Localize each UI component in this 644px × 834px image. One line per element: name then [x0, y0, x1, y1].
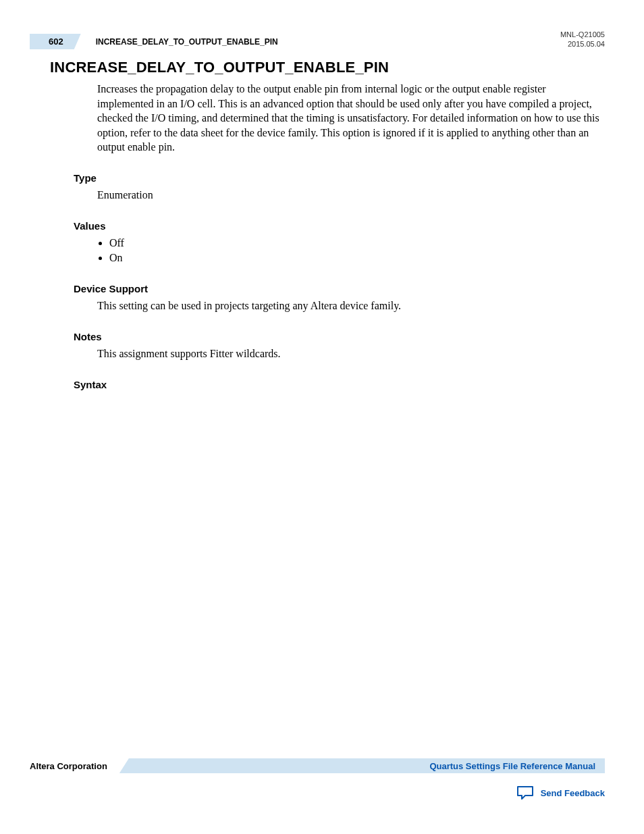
footer-bar: Altera Corporation Quartus Settings File…	[30, 758, 605, 773]
page-footer: Altera Corporation Quartus Settings File…	[30, 758, 605, 800]
notes-label: Notes	[74, 331, 605, 342]
list-item: Off	[109, 236, 605, 251]
doc-id-block: MNL-Q21005 2015.05.04	[560, 30, 605, 49]
comment-icon[interactable]	[516, 785, 534, 800]
device-support-label: Device Support	[74, 283, 605, 294]
syntax-label: Syntax	[74, 379, 605, 390]
manual-link[interactable]: Quartus Settings File Reference Manual	[429, 761, 595, 771]
doc-id: MNL-Q21005	[560, 30, 605, 39]
send-feedback-link[interactable]: Send Feedback	[541, 788, 605, 798]
type-label: Type	[74, 172, 605, 184]
notes-text: This assignment supports Fitter wildcard…	[97, 346, 605, 361]
list-item: On	[109, 251, 605, 265]
device-support-text: This setting can be used in projects tar…	[97, 298, 605, 313]
type-text: Enumeration	[97, 188, 605, 203]
footer-stripe: Quartus Settings File Reference Manual	[119, 758, 605, 773]
company-name: Altera Corporation	[30, 761, 107, 771]
doc-date: 2015.05.04	[560, 39, 605, 49]
feedback-row: Send Feedback	[30, 785, 605, 800]
page-header: 602 INCREASE_DELAY_TO_OUTPUT_ENABLE_PIN …	[30, 30, 605, 49]
values-list: Off On	[109, 236, 605, 266]
description-text: Increases the propagation delay to the o…	[97, 82, 605, 155]
values-label: Values	[74, 220, 605, 232]
main-heading: INCREASE_DELAY_TO_OUTPUT_ENABLE_PIN	[50, 59, 605, 76]
page-number: 602	[30, 34, 81, 49]
header-section-name: INCREASE_DELAY_TO_OUTPUT_ENABLE_PIN	[96, 30, 278, 47]
